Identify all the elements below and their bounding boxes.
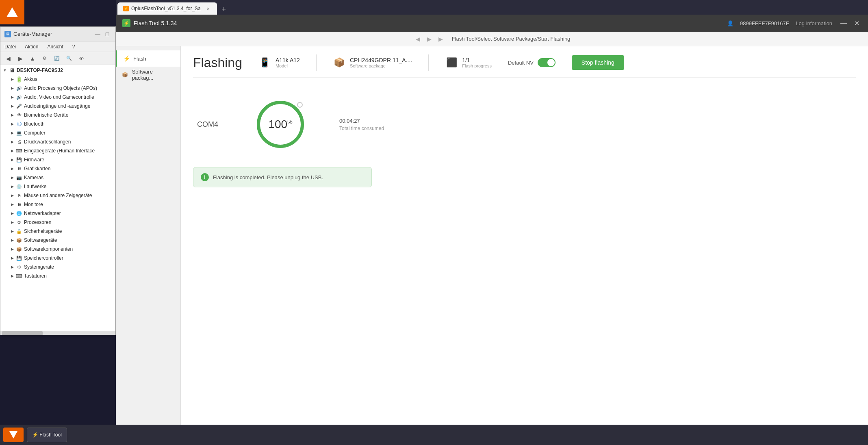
chevron-druck: ▶ (9, 139, 15, 145)
taskbar-start-button[interactable] (3, 428, 24, 442)
log-information-link[interactable]: Log information (796, 20, 832, 26)
icon-audioeingaenge: 🎤 (16, 103, 22, 109)
dm-menu-help[interactable]: ? (71, 43, 77, 50)
dm-minimize-button[interactable]: — (93, 30, 102, 38)
icon-audio-video: 🔊 (16, 94, 22, 100)
breadcrumb-bar: ◀ ▶ ▶ Flash Tool/Select Software Package… (116, 32, 868, 46)
tree-item-audio-video[interactable]: ▶ 🔊 Audio, Video und Gamecontrolle (0, 93, 115, 102)
flash-tool-titlebar: ⚡ Flash Tool 5.1.34 👤 9899FFEF7F90167E L… (116, 15, 868, 32)
flash-progress-area: COM4 100% (193, 90, 856, 187)
toolbar-forward-button[interactable]: ▶ (15, 53, 26, 64)
icon-druck: 🖨 (16, 139, 22, 145)
tree-item-speicher[interactable]: ▶ 💾 Speichercontroller (0, 254, 115, 263)
device-manager-title-text: Geräte-Manager (13, 31, 52, 37)
tree-item-systemgeraete[interactable]: ▶ ⚙ Systemgeräte (0, 263, 115, 271)
tree-item-audioeingaenge[interactable]: ▶ 🎤 Audioeingänge und -ausgänge (0, 102, 115, 111)
toolbar-update-button[interactable]: 🔄 (52, 53, 62, 64)
tree-item-kameras[interactable]: ▶ 📷 Kameras (0, 173, 115, 182)
flash-tool-title-right: 👤 9899FFEF7F90167E Log information — ✕ (727, 18, 861, 28)
chevron-computer: ▶ (9, 130, 15, 136)
flash-tool-minimize-button[interactable]: — (839, 18, 848, 28)
tree-item-akkus[interactable]: ▶ 🔋 Akkus (0, 75, 115, 84)
browser-tabbar: ⚡ OplusFlashTool_v51.3.4_for_Sa ✕ + (116, 0, 868, 15)
orange-logo[interactable] (0, 0, 24, 24)
toolbar-up-button[interactable]: ▲ (27, 53, 38, 64)
time-sub-label: Total time consumed (339, 126, 384, 131)
flash-tool-window-controls: — ✕ (839, 18, 861, 28)
sidebar-item-software-package[interactable]: 📦 Software packag... (116, 67, 180, 83)
chevron-kameras: ▶ (9, 175, 15, 180)
tree-item-apo[interactable]: ▶ 🔊 Audio Processing Objects (APOs) (0, 84, 115, 93)
tree-item-sicherheit[interactable]: ▶ 🔒 Sicherheitsgeräte (0, 227, 115, 236)
label-prozessoren: Prozessoren (24, 219, 51, 225)
tree-item-prozessoren[interactable]: ▶ ⚙ Prozessoren (0, 218, 115, 227)
chevron-eingabe: ▶ (9, 148, 15, 154)
icon-firmware: 💾 (16, 156, 22, 163)
breadcrumb-forward-button[interactable]: ▶ (425, 35, 434, 43)
flash-tool-sidebar: ⚡ Flash 📦 Software packag... (116, 46, 181, 425)
chevron-firmware: ▶ (9, 157, 15, 163)
icon-maeuse: 🖱 (16, 192, 22, 199)
tree-item-biometrie[interactable]: ▶ 👁 Biometrische Geräte (0, 111, 115, 119)
tree-item-firmware[interactable]: ▶ 💾 Firmware (0, 155, 115, 164)
toolbar-back-button[interactable]: ◀ (3, 53, 13, 64)
breadcrumb-back-button[interactable]: ◀ (414, 35, 423, 43)
flash-tool-title-left: ⚡ Flash Tool 5.1.34 (122, 19, 177, 27)
flash-tool-close-button[interactable]: ✕ (852, 18, 861, 28)
breadcrumb-up-button[interactable]: ▶ (436, 35, 445, 43)
device-manager-menubar: Datei Aktion Ansicht ? (0, 41, 115, 52)
tree-item-bluetooth[interactable]: ▶ Ⓑ Bluetooth (0, 119, 115, 128)
chevron-monitore: ▶ (9, 202, 15, 207)
chevron-audioeingaenge: ▶ (9, 103, 15, 109)
tree-root-node[interactable]: ▼ 🖥 DESKTOP-FAC9SJ2 (0, 66, 115, 75)
chevron-biometrie: ▶ (9, 112, 15, 118)
tree-item-softwaregeraete[interactable]: ▶ 📦 Softwaregeräte (0, 236, 115, 245)
tree-item-computer[interactable]: ▶ 💻 Computer (0, 128, 115, 137)
tree-item-maeuse[interactable]: ▶ 🖱 Mäuse und andere Zeigegeräte (0, 191, 115, 200)
tree-item-softwarekomponenten[interactable]: ▶ 📦 Softwarekomponenten (0, 245, 115, 254)
icon-laufwerke: 💿 (16, 183, 22, 190)
label-kameras: Kameras (24, 175, 43, 180)
new-tab-button[interactable]: + (219, 4, 229, 15)
dm-maximize-button[interactable]: □ (103, 30, 111, 38)
scrollbar-thumb[interactable] (2, 331, 43, 335)
tree-item-netzwerk[interactable]: ▶ 🌐 Netzwerkadapter (0, 209, 115, 218)
taskbar-flash-tool-item[interactable]: ⚡ Flash Tool (27, 428, 67, 442)
tree-item-laufwerke[interactable]: ▶ 💿 Laufwerke (0, 182, 115, 191)
tree-item-monitore[interactable]: ▶ 🖥 Monitore (0, 200, 115, 209)
device-manager-scrollbar[interactable] (0, 331, 115, 335)
label-softwaregeraete: Softwaregeräte (24, 237, 57, 243)
flash-device-row: COM4 100% (193, 90, 856, 159)
sidebar-item-flash[interactable]: ⚡ Flash (116, 50, 180, 67)
browser-tab-icon: ⚡ (123, 6, 129, 11)
chevron-tastaturen: ▶ (9, 273, 15, 279)
label-druck: Druckwarteschlangen (24, 139, 71, 145)
label-laufwerke: Laufwerke (24, 184, 46, 189)
default-nv-toggle[interactable] (538, 58, 556, 67)
label-akkus: Akkus (24, 76, 37, 82)
label-speicher: Speichercontroller (24, 255, 63, 261)
dm-menu-aktion[interactable]: Aktion (23, 43, 40, 50)
dm-window-controls: — □ (93, 30, 111, 38)
taskbar: ⚡ Flash Tool (0, 425, 868, 445)
stop-flashing-button[interactable]: Stop flashing (572, 55, 624, 70)
flash-sidebar-icon: ⚡ (123, 55, 130, 62)
model-label: Model (276, 63, 300, 68)
toolbar-scan-button[interactable]: 🔍 (64, 53, 74, 64)
browser-tab-close-button[interactable]: ✕ (205, 5, 211, 12)
label-apo: Audio Processing Objects (APOs) (24, 85, 97, 91)
browser-tab-active[interactable]: ⚡ OplusFlashTool_v51.3.4_for_Sa ✕ (117, 2, 217, 15)
divider-2 (428, 54, 429, 71)
model-icon: 📱 (258, 56, 271, 69)
chevron-prozessoren: ▶ (9, 219, 15, 225)
tree-item-tastaturen[interactable]: ▶ ⌨ Tastaturen (0, 271, 115, 280)
tree-item-eingabe[interactable]: ▶ ⌨ Eingabegeräte (Human Interface (0, 146, 115, 155)
toolbar-properties-button[interactable]: ⚙ (39, 53, 50, 64)
toolbar-view-button[interactable]: 👁 (76, 53, 87, 64)
dm-menu-ansicht[interactable]: Ansicht (46, 43, 65, 50)
icon-netzwerk: 🌐 (16, 210, 22, 217)
label-eingabe: Eingabegeräte (Human Interface (24, 148, 95, 154)
dm-menu-datei[interactable]: Datei (3, 43, 17, 50)
tree-item-grafik[interactable]: ▶ 🖥 Grafikkarten (0, 164, 115, 173)
tree-item-druck[interactable]: ▶ 🖨 Druckwarteschlangen (0, 137, 115, 146)
